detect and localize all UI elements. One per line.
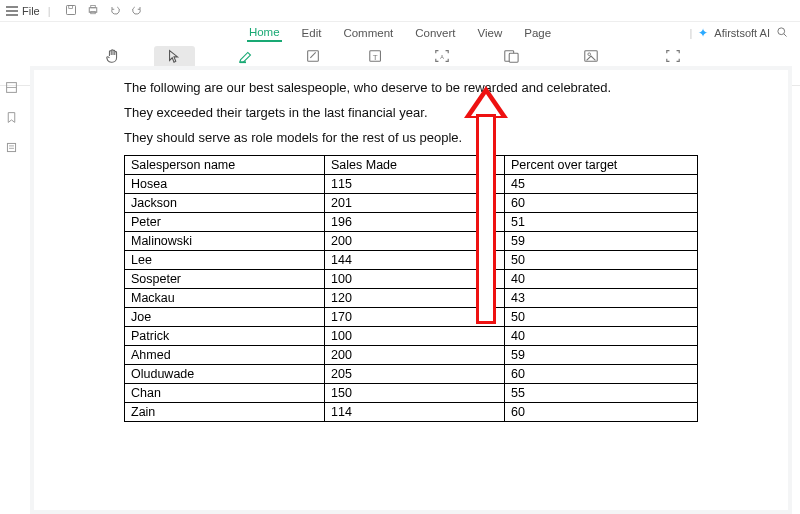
file-label: File [22,5,40,17]
table-cell: 114 [325,403,505,422]
table-row: Malinowski20059 [125,232,698,251]
attachments-icon[interactable] [5,140,18,158]
save-icon[interactable] [65,4,77,18]
cursor-icon [165,48,183,64]
table-cell: 200 [325,232,505,251]
to-image-icon [582,48,600,64]
highlighter-icon [237,48,255,64]
table-cell: 51 [505,213,698,232]
table-header-row: Salesperson nameSales MadePercent over t… [125,156,698,175]
document-viewport[interactable]: The following are our best salespeople, … [30,66,792,514]
table-row: Joe17050 [125,308,698,327]
svg-rect-13 [510,53,519,62]
ocr-icon: A [433,48,451,64]
table-row: Hosea11545 [125,175,698,194]
table-cell: Oluduwade [125,365,325,384]
table-header-cell: Salesperson name [125,156,325,175]
table-cell: Mackau [125,289,325,308]
table-cell: 43 [505,289,698,308]
tab-home[interactable]: Home [247,24,282,42]
svg-point-15 [588,53,591,56]
svg-rect-18 [7,143,15,151]
table-row: Jackson20160 [125,194,698,213]
table-cell: 50 [505,251,698,270]
table-row: Zain11460 [125,403,698,422]
table-cell: 196 [325,213,505,232]
table-cell: 50 [505,308,698,327]
svg-rect-3 [90,5,95,7]
table-row: Sospeter10040 [125,270,698,289]
svg-text:T: T [373,53,378,62]
table-row: Peter19651 [125,213,698,232]
paragraph-2: They exceeded their targets in the last … [124,105,698,120]
table-header-cell: Percent over target [505,156,698,175]
table-cell: Peter [125,213,325,232]
table-cell: 144 [325,251,505,270]
bookmarks-icon[interactable] [5,110,18,128]
table-cell: 60 [505,194,698,213]
to-office-icon [502,48,520,64]
file-menu[interactable]: File [6,5,40,17]
paragraph-1: The following are our best salespeople, … [124,80,698,95]
sparkle-icon: ✦ [698,26,708,40]
table-cell: Hosea [125,175,325,194]
tab-page[interactable]: Page [522,25,553,41]
svg-text:A: A [440,54,444,60]
search-icon[interactable] [776,26,788,40]
table-header-cell: Sales Made [325,156,505,175]
table-cell: 40 [505,270,698,289]
redo-icon[interactable] [131,4,143,18]
table-cell: 59 [505,232,698,251]
table-cell: 170 [325,308,505,327]
table-row: Ahmed20059 [125,346,698,365]
edit-icon [304,48,322,64]
undo-icon[interactable] [109,4,121,18]
table-cell: 205 [325,365,505,384]
paragraph-3: They should serve as role models for the… [124,130,698,145]
table-cell: 45 [505,175,698,194]
table-cell: Joe [125,308,325,327]
table-row: Patrick10040 [125,327,698,346]
table-cell: 200 [325,346,505,365]
table-row: Chan15055 [125,384,698,403]
pdf-page: The following are our best salespeople, … [34,70,788,510]
table-cell: Sospeter [125,270,325,289]
table-cell: Malinowski [125,232,325,251]
divider: | [690,27,693,39]
thumbnails-icon[interactable] [5,80,18,98]
table-cell: 100 [325,270,505,289]
table-cell: 120 [325,289,505,308]
tab-comment[interactable]: Comment [341,25,395,41]
table-cell: 59 [505,346,698,365]
ai-button[interactable]: Afirstsoft AI [714,27,770,39]
sales-table: Salesperson nameSales MadePercent over t… [124,155,698,422]
table-cell: Jackson [125,194,325,213]
tab-convert[interactable]: Convert [413,25,457,41]
fullscreen-icon [664,48,682,64]
divider: | [48,5,51,17]
tab-edit[interactable]: Edit [300,25,324,41]
hamburger-icon [6,6,18,16]
table-row: Oluduwade20560 [125,365,698,384]
table-cell: 40 [505,327,698,346]
tab-view[interactable]: View [476,25,505,41]
fade-overlay [34,480,788,510]
main-tabs: Home Edit Comment Convert View Page | ✦ … [0,22,800,44]
table-cell: 201 [325,194,505,213]
quick-access-bar: File | [0,0,800,22]
table-cell: 60 [505,403,698,422]
table-row: Lee14450 [125,251,698,270]
hand-icon [104,48,122,64]
svg-rect-0 [66,5,75,14]
svg-line-6 [784,34,787,37]
left-sidebar [0,66,22,158]
table-cell: 150 [325,384,505,403]
add-text-icon: T [367,48,385,64]
print-icon[interactable] [87,4,99,18]
table-cell: 55 [505,384,698,403]
svg-point-5 [778,28,785,35]
table-cell: 100 [325,327,505,346]
table-cell: Chan [125,384,325,403]
svg-rect-8 [307,51,318,62]
table-cell: Zain [125,403,325,422]
